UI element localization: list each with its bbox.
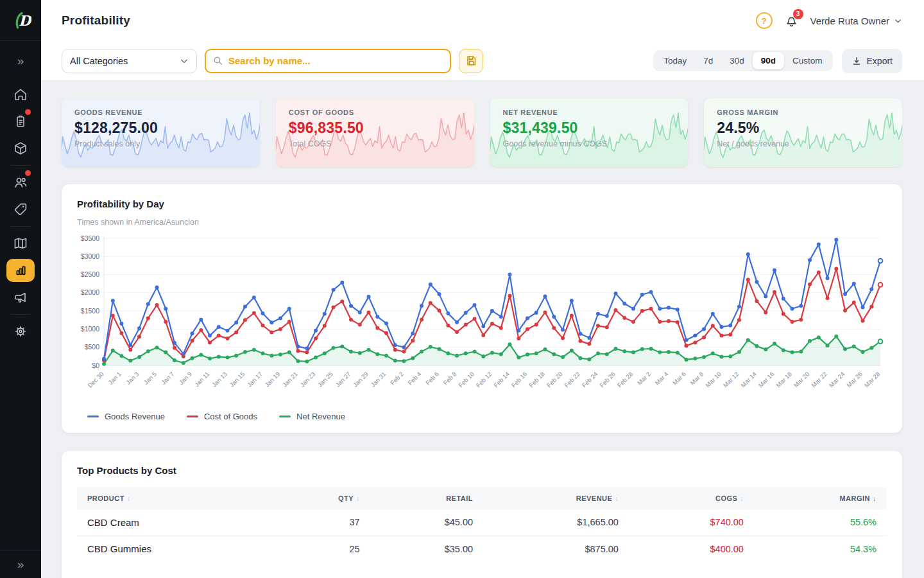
bar-chart-icon bbox=[13, 263, 28, 278]
cell-cogs: $740.00 bbox=[629, 509, 754, 536]
sort-desc-icon: ↓ bbox=[873, 495, 877, 502]
legend-swatch bbox=[279, 416, 291, 417]
cell-revenue: $1,665.00 bbox=[483, 509, 629, 536]
top-products-table: PRODUCT↕ QTY↕ RETAIL REVENUE↕ COGS↕ MARG… bbox=[77, 487, 887, 562]
sidebar-item-products[interactable] bbox=[6, 135, 35, 162]
cell-cogs: $400.00 bbox=[629, 536, 754, 562]
svg-text:Feb 4: Feb 4 bbox=[406, 371, 422, 387]
svg-text:Mar 16: Mar 16 bbox=[757, 371, 776, 389]
legend-cost-of-goods[interactable]: Cost of Goods bbox=[187, 412, 257, 421]
legend-swatch bbox=[187, 416, 198, 417]
user-name: Verde Ruta Owner bbox=[810, 15, 889, 26]
legend-goods-revenue[interactable]: Goods Revenue bbox=[87, 412, 165, 421]
brand-d-leaf-icon: D bbox=[10, 10, 31, 31]
chevron-down-icon bbox=[894, 17, 902, 25]
table-header-row: PRODUCT↕ QTY↕ RETAIL REVENUE↕ COGS↕ MARG… bbox=[77, 487, 887, 509]
svg-text:Feb 10: Feb 10 bbox=[457, 371, 475, 389]
svg-text:Jan 3: Jan 3 bbox=[124, 371, 140, 386]
sort-icon: ↕ bbox=[127, 495, 131, 502]
users-icon bbox=[13, 175, 28, 190]
svg-text:Mar 28: Mar 28 bbox=[863, 371, 882, 389]
sidebar-item-settings[interactable] bbox=[6, 318, 35, 345]
svg-text:Dec 30: Dec 30 bbox=[86, 371, 105, 389]
svg-text:Jan 7: Jan 7 bbox=[160, 371, 175, 386]
svg-text:Feb 22: Feb 22 bbox=[563, 371, 581, 389]
notifications-button[interactable]: 3 bbox=[784, 13, 799, 28]
svg-text:$0: $0 bbox=[92, 362, 99, 369]
svg-text:Jan 11: Jan 11 bbox=[193, 371, 210, 388]
sort-icon: ↕ bbox=[615, 495, 619, 502]
sidebar-item-analytics[interactable] bbox=[6, 259, 35, 282]
kpi-label: GROSS MARGIN bbox=[717, 109, 889, 116]
svg-text:Mar 2: Mar 2 bbox=[636, 371, 652, 387]
kpi-label: GOODS REVENUE bbox=[74, 109, 247, 116]
svg-text:Mar 22: Mar 22 bbox=[810, 371, 828, 389]
export-label: Export bbox=[867, 56, 893, 66]
svg-text:$3500: $3500 bbox=[81, 234, 99, 242]
column-header-margin[interactable]: MARGIN↓ bbox=[754, 487, 887, 509]
app-root: D » bbox=[0, 0, 924, 578]
svg-text:Feb 16: Feb 16 bbox=[510, 371, 529, 389]
column-header-revenue[interactable]: REVENUE↕ bbox=[483, 487, 629, 509]
main-column: Profitability ? 3 Verde Ruta Owner bbox=[41, 0, 924, 578]
sidebar-collapse-button[interactable]: » bbox=[0, 550, 41, 578]
sidebar-item-orders[interactable] bbox=[6, 108, 35, 135]
search-input[interactable] bbox=[228, 55, 443, 66]
chevron-down-icon bbox=[180, 57, 189, 66]
legend-net-revenue[interactable]: Net Revenue bbox=[279, 412, 345, 421]
kpi-gross-margin: GROSS MARGIN 24.5% Net / goods revenue bbox=[704, 98, 902, 167]
chart-title: Profitability by Day bbox=[77, 198, 887, 209]
download-icon bbox=[851, 56, 862, 66]
svg-text:Mar 4: Mar 4 bbox=[653, 371, 669, 387]
help-icon[interactable]: ? bbox=[756, 12, 773, 29]
sidebar-item-marketing[interactable] bbox=[6, 284, 35, 311]
range-30d-button[interactable]: 30d bbox=[721, 52, 753, 69]
customers-alert-dot bbox=[25, 170, 31, 176]
kpi-label: COST OF GOODS bbox=[289, 109, 461, 116]
chart-timezone-note: Times shown in America/Asuncion bbox=[77, 218, 887, 227]
svg-text:Jan 15: Jan 15 bbox=[228, 371, 246, 389]
svg-text:Jan 27: Jan 27 bbox=[334, 371, 352, 389]
svg-text:Jan 5: Jan 5 bbox=[142, 371, 158, 386]
page-title: Profitability bbox=[62, 13, 130, 28]
svg-text:Jan 23: Jan 23 bbox=[298, 371, 316, 389]
export-button[interactable]: Export bbox=[842, 49, 902, 73]
home-icon bbox=[13, 87, 28, 102]
megaphone-icon bbox=[13, 290, 28, 305]
cell-qty: 25 bbox=[273, 536, 370, 562]
range-7d-button[interactable]: 7d bbox=[695, 52, 721, 69]
cell-margin: 54.3% bbox=[754, 536, 887, 562]
kpi-subtitle: Net / goods revenue bbox=[717, 139, 889, 148]
table-row[interactable]: CBD Cream 37 $45.00 $1,665.00 $740.00 55… bbox=[77, 509, 887, 536]
svg-text:Jan 21: Jan 21 bbox=[281, 371, 299, 389]
table-row[interactable]: CBD Gummies 25 $35.00 $875.00 $400.00 54… bbox=[77, 536, 887, 562]
kpi-value: $96,835.50 bbox=[289, 119, 461, 137]
kpi-subtitle: Total COGS bbox=[289, 139, 461, 148]
column-header-retail[interactable]: RETAIL bbox=[370, 487, 483, 509]
sidebar-item-home[interactable] bbox=[6, 81, 35, 108]
app-logo[interactable]: D bbox=[0, 0, 41, 41]
sidebar-expand-button[interactable]: » bbox=[0, 41, 41, 81]
range-today-button[interactable]: Today bbox=[655, 52, 695, 69]
column-header-product[interactable]: PRODUCT↕ bbox=[77, 487, 273, 509]
range-90d-button[interactable]: 90d bbox=[753, 52, 784, 69]
column-header-cogs[interactable]: COGS↕ bbox=[629, 487, 754, 509]
filters-toolbar: All Categories Today bbox=[41, 41, 924, 81]
map-icon bbox=[13, 236, 28, 251]
toolbar-right: Today 7d 30d 90d Custom Export bbox=[653, 49, 902, 73]
profitability-chart-card: Profitability by Day Times shown in Amer… bbox=[62, 184, 902, 433]
sidebar-item-tags[interactable] bbox=[6, 196, 35, 223]
range-custom-button[interactable]: Custom bbox=[784, 52, 831, 69]
category-filter-select[interactable]: All Categories bbox=[62, 49, 197, 73]
svg-text:Jan 25: Jan 25 bbox=[316, 371, 334, 389]
svg-text:Feb 2: Feb 2 bbox=[389, 371, 405, 387]
content-area: GOODS REVENUE $128,275.00 Product sales … bbox=[41, 81, 924, 578]
user-menu[interactable]: Verde Ruta Owner bbox=[810, 15, 902, 26]
kpi-label: NET REVENUE bbox=[503, 109, 676, 116]
save-view-button[interactable] bbox=[459, 49, 483, 73]
sidebar: D » bbox=[0, 0, 41, 578]
column-header-qty[interactable]: QTY↕ bbox=[273, 487, 370, 509]
svg-text:Mar 18: Mar 18 bbox=[774, 371, 793, 389]
sidebar-item-catalog[interactable] bbox=[6, 230, 35, 257]
sidebar-item-customers[interactable] bbox=[6, 169, 35, 196]
